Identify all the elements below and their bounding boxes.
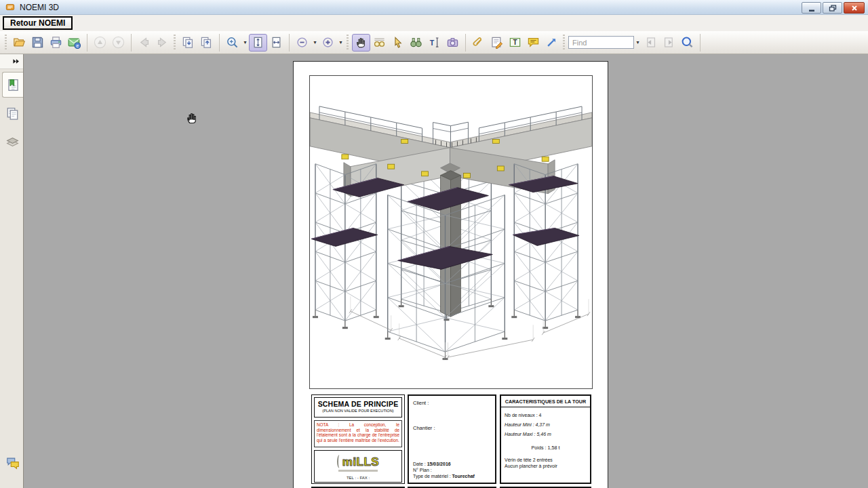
sidebar-tab-layers[interactable] [2,129,23,155]
fit-page-button[interactable] [249,34,267,52]
find-previous-icon [644,36,657,49]
text-box-icon: T [509,36,521,49]
select-tool-button[interactable] [389,34,407,52]
select-arrow-icon [391,36,404,49]
page-previous-button[interactable] [91,34,109,52]
printer-icon [50,36,62,49]
close-button[interactable] [844,2,865,14]
restore-button[interactable] [823,2,842,14]
drawing-frame [309,75,593,389]
toolbar-grip [174,35,176,51]
find-binoculars-button[interactable] [407,34,425,52]
comments-icon [5,455,20,470]
annotate-button[interactable] [488,34,506,52]
plancher-line: Aucun plancher à prévoir [501,464,590,468]
hand-tool-button[interactable] [352,34,370,52]
open-folder-icon [13,36,26,49]
insert-pages-icon [182,36,195,49]
toolbar-separator [700,34,701,52]
sidebar-tab-comments[interactable] [2,450,23,476]
bookmarks-icon [6,78,20,92]
plan-line: N° Plan : [413,467,492,473]
search-options-button[interactable] [678,34,696,52]
share-link-button[interactable] [542,34,561,52]
find-options-caret[interactable]: ▾ [634,34,642,52]
toolbar-grip [347,35,349,51]
main-area: SCHEMA DE PRINCIPE (PLAN NON VALIDE POUR… [0,54,868,488]
hand-cursor [185,111,199,125]
sidebar-tab-bookmarks[interactable] [2,72,23,98]
hauteur-mini-line: Hauteur Mini : 4,37 m [501,422,590,427]
window-title: NOEMI 3D [20,3,59,12]
extract-pages-button[interactable] [197,34,216,52]
insert-pages-button[interactable] [179,34,197,52]
schema-box: SCHEMA DE PRINCIPE (PLAN NON VALIDE POUR… [314,397,402,418]
fit-width-icon [270,36,283,49]
scaffold-tower-drawing [310,76,592,388]
titleblock-client-column: Client : Chantier : Date : 15/03/2016 N°… [408,394,496,484]
zoom-in-button[interactable] [319,34,337,52]
save-button[interactable] [28,34,47,52]
toolbar-separator [131,34,132,52]
add-comment-button[interactable] [524,34,542,52]
camera-icon [446,36,459,49]
open-button[interactable] [10,34,28,52]
minimize-icon [807,3,816,13]
print-button[interactable] [47,34,65,52]
toolbar-grip [5,35,7,51]
titleblock-schema-column: SCHEMA DE PRINCIPE (PLAN NON VALIDE POUR… [311,394,405,484]
expand-panel-button[interactable] [10,57,21,66]
marquee-zoom-button[interactable] [223,34,241,52]
restore-icon [828,3,837,13]
magnifier-plus-icon [226,36,239,49]
binoculars-icon [410,36,422,49]
fit-width-button[interactable] [267,34,285,52]
minimize-button[interactable] [802,2,821,14]
schema-subtitle: (PLAN NON VALIDE POUR EXECUTION) [315,409,401,413]
nota-text: NOTA : La conception, le dimensionnement… [314,420,402,447]
titleblock-characteristics-column: CARACTERISTIQUES DE LA TOUR Nb de niveau… [500,394,591,484]
document-viewport[interactable]: SCHEMA DE PRINCIPE (PLAN NON VALIDE POUR… [24,54,868,488]
reading-mode-button[interactable] [370,34,389,52]
zoom-in-icon [321,36,334,49]
find-previous-button[interactable] [642,34,660,52]
email-button[interactable]: e [65,34,83,52]
snapshot-button[interactable] [443,34,462,52]
add-text-box-button[interactable]: T [506,34,524,52]
close-icon [850,3,859,13]
select-text-button[interactable]: T [425,34,443,52]
previous-view-button[interactable] [135,34,153,52]
niveaux-line: Nb de niveaux : 4 [501,413,590,418]
next-view-button[interactable] [153,34,172,52]
zoom-in-caret[interactable]: ▾ [337,34,344,52]
save-floppy-icon [31,36,44,49]
app-icon [5,3,16,12]
sidebar-tab-pages[interactable] [2,100,23,126]
extract-pages-icon [200,36,213,49]
zoom-out-button[interactable] [293,34,311,52]
email-envelope-icon: e [68,36,81,49]
zoom-out-icon [296,36,309,49]
find-input[interactable] [568,36,634,49]
toolbar-separator [465,34,466,52]
mills-logo-box: miLLS TEL : - FAX : [314,450,402,483]
zoom-out-caret[interactable]: ▾ [311,34,319,52]
layers-icon [5,135,20,149]
svg-text:T: T [513,39,517,46]
toolbar-separator [87,34,87,52]
marquee-zoom-caret[interactable]: ▾ [241,34,249,52]
reading-glasses-icon [373,36,386,49]
toolbar-grip [563,35,565,51]
page-next-button[interactable] [109,34,127,52]
attach-file-button[interactable] [469,34,488,52]
share-arrow-icon [545,36,558,49]
retour-noemi-button[interactable]: Retour NOEMI [3,16,73,30]
note-pencil-icon [490,36,503,49]
page-next-icon [112,36,125,49]
comment-bubble-icon [527,36,540,49]
find-next-button[interactable] [660,34,678,52]
date-line: Date : 15/03/2016 [413,461,492,467]
find-next-icon [663,36,675,49]
tel-fax-line: TEL : - FAX : [315,476,401,480]
search-magnifier-icon [681,36,694,49]
